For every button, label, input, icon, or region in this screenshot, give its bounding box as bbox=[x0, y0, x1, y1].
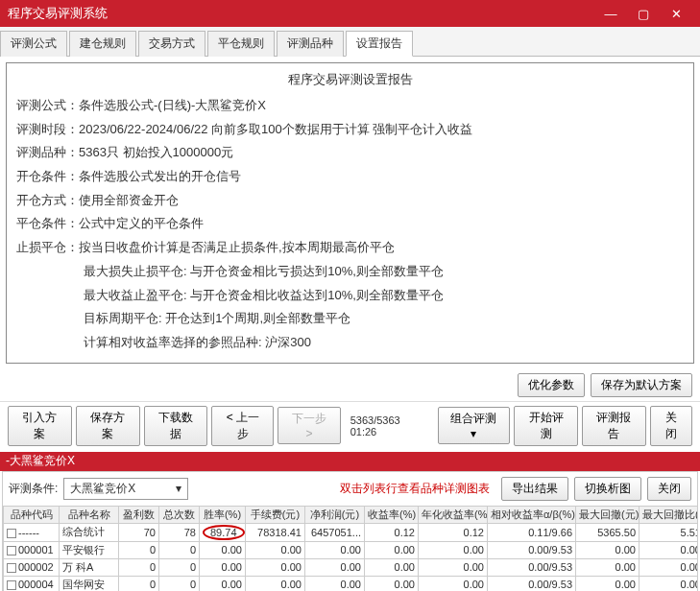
cell: 0 bbox=[159, 558, 200, 576]
cell: 0.00 bbox=[640, 576, 698, 591]
import-plan-button[interactable]: 引入方案 bbox=[8, 406, 72, 446]
cell: 0.00 bbox=[419, 558, 488, 576]
report-line-4: 开仓方式：使用全部资金开仓 bbox=[16, 189, 684, 213]
save-plan-button[interactable]: 保存方案 bbox=[76, 406, 140, 446]
progress-status: 5363/5363 01:26 bbox=[345, 414, 430, 437]
export-results-button[interactable]: 导出结果 bbox=[501, 477, 568, 501]
switch-chart-button[interactable]: 切换析图 bbox=[574, 477, 641, 501]
report-subline-1: 最大收益止盈平仓: 与开仓资金相比收益达到10%,则全部数量平仓 bbox=[84, 284, 684, 308]
table-row[interactable]: 000001平安银行000.000.000.000.000.000.00/9.5… bbox=[4, 541, 698, 558]
close-results-button[interactable]: 关闭 bbox=[647, 477, 691, 501]
cell: 5365.50 bbox=[576, 523, 640, 541]
tab-4[interactable]: 评测品种 bbox=[277, 31, 344, 57]
lower-title: -大黑鲨竞价X bbox=[6, 453, 75, 469]
cell: 0.00 bbox=[640, 558, 698, 576]
cell: 0.00 bbox=[576, 558, 640, 576]
results-panel: 评测条件: 大黑鲨竞价X ▾ 双击列表行查看品种详测图表 导出结果 切换析图 关… bbox=[2, 471, 698, 591]
report-subline-2: 目标周期平仓: 开仓达到1个周期,则全部数量平仓 bbox=[84, 307, 684, 331]
cell: 0.00 bbox=[246, 541, 305, 558]
window-title: 程序交易评测系统 bbox=[8, 5, 108, 22]
cell: 78318.41 bbox=[246, 523, 305, 541]
cell: 平安银行 bbox=[60, 541, 119, 558]
report-line-5: 平仓条件：公式中定义的平仓条件 bbox=[16, 212, 684, 236]
report-line-2: 评测品种：5363只 初始投入1000000元 bbox=[16, 141, 684, 165]
cell: 89.74 bbox=[200, 523, 246, 541]
test-report-button[interactable]: 评测报告 bbox=[582, 406, 646, 446]
close-panel-button[interactable]: 关闭 bbox=[650, 406, 692, 446]
results-table-wrap: 品种代码品种名称盈利数总次数胜率(%)手续费(元)净利润(元)收益率(%)年化收… bbox=[3, 506, 697, 591]
prev-step-button[interactable]: < 上一步 bbox=[211, 406, 274, 446]
table-header-row: 品种代码品种名称盈利数总次数胜率(%)手续费(元)净利润(元)收益率(%)年化收… bbox=[4, 506, 698, 523]
cell: 0 bbox=[119, 576, 159, 591]
next-step-button[interactable]: 下一步 > bbox=[278, 407, 340, 444]
cell: 0.00 bbox=[576, 541, 640, 558]
cell: 0.00 bbox=[365, 576, 419, 591]
tab-1[interactable]: 建仓规则 bbox=[69, 31, 136, 57]
cell: 0.00/9.53 bbox=[488, 541, 576, 558]
col-header-8[interactable]: 年化收益率(%) bbox=[419, 506, 488, 523]
close-button[interactable]: ✕ bbox=[660, 2, 692, 25]
table-row[interactable]: 000002万 科A000.000.000.000.000.000.00/9.5… bbox=[4, 558, 698, 576]
results-table: 品种代码品种名称盈利数总次数胜率(%)手续费(元)净利润(元)收益率(%)年化收… bbox=[3, 506, 697, 591]
col-header-2[interactable]: 盈利数 bbox=[119, 506, 159, 523]
cell: 0.00/9.53 bbox=[488, 576, 576, 591]
cell: 0.00 bbox=[200, 558, 246, 576]
col-header-11[interactable]: 最大回撤比(%) bbox=[640, 506, 698, 523]
cell: 0.00 bbox=[365, 558, 419, 576]
table-row[interactable]: ------综合统计707889.7478318.416457051...0.1… bbox=[4, 523, 698, 541]
col-header-0[interactable]: 品种代码 bbox=[4, 506, 60, 523]
cell: 0.00 bbox=[200, 576, 246, 591]
col-header-6[interactable]: 净利润(元) bbox=[305, 506, 365, 523]
col-header-9[interactable]: 相对收益率α/β(%) bbox=[488, 506, 576, 523]
chevron-down-icon: ▾ bbox=[176, 482, 181, 495]
cell: 0.00 bbox=[365, 541, 419, 558]
start-test-button[interactable]: 开始评测 bbox=[514, 406, 578, 446]
cell: 0.00 bbox=[305, 541, 365, 558]
col-header-10[interactable]: 最大回撤(元) bbox=[576, 506, 640, 523]
cell: 6457051... bbox=[305, 523, 365, 541]
combo-test-button[interactable]: 组合评测 ▾ bbox=[438, 407, 510, 444]
col-header-1[interactable]: 品种名称 bbox=[60, 506, 119, 523]
cell: 0.00 bbox=[640, 541, 698, 558]
window-buttons: — ▢ ✕ bbox=[594, 2, 692, 25]
table-row[interactable]: 000004国华网安000.000.000.000.000.000.00/9.5… bbox=[4, 576, 698, 591]
tab-3[interactable]: 平仓规则 bbox=[207, 31, 275, 57]
cell: 万 科A bbox=[60, 558, 119, 576]
cell: 70 bbox=[119, 523, 159, 541]
condition-select[interactable]: 大黑鲨竞价X ▾ bbox=[63, 478, 188, 500]
col-header-5[interactable]: 手续费(元) bbox=[246, 506, 305, 523]
maximize-button[interactable]: ▢ bbox=[627, 2, 660, 25]
cell: 0.11/9.66 bbox=[488, 523, 576, 541]
cell: 0 bbox=[119, 558, 159, 576]
col-header-4[interactable]: 胜率(%) bbox=[200, 506, 246, 523]
cell: 0.00 bbox=[305, 558, 365, 576]
download-data-button[interactable]: 下载数据 bbox=[144, 406, 208, 446]
report-line-6: 止损平仓：按当日收盘价计算是否满足止损条件,按本周期最高价平仓 bbox=[16, 236, 684, 260]
cell: 5.51 bbox=[640, 523, 698, 541]
cell: 0.00 bbox=[200, 541, 246, 558]
condition-label: 评测条件: bbox=[9, 481, 58, 497]
optimize-button[interactable]: 优化参数 bbox=[518, 373, 585, 397]
cell: 国华网安 bbox=[60, 576, 119, 591]
report-line-3: 开仓条件：条件选股公式发出的开仓信号 bbox=[16, 165, 684, 189]
report-button-row: 优化参数 保存为默认方案 bbox=[0, 369, 700, 401]
col-header-3[interactable]: 总次数 bbox=[159, 506, 200, 523]
minimize-button[interactable]: — bbox=[594, 2, 627, 25]
table-hint: 双击列表行查看品种详测图表 bbox=[340, 481, 490, 497]
cell: 综合统计 bbox=[60, 523, 119, 541]
main-tabs: 评测公式建仓规则交易方式平仓规则评测品种设置报告 bbox=[0, 27, 700, 57]
lower-titlebar: -大黑鲨竞价X bbox=[0, 452, 700, 471]
cell: 000002 bbox=[4, 558, 60, 576]
tab-0[interactable]: 评测公式 bbox=[0, 31, 67, 57]
cell: 78 bbox=[159, 523, 200, 541]
cell: 0.00 bbox=[576, 576, 640, 591]
titlebar: 程序交易评测系统 — ▢ ✕ bbox=[0, 0, 700, 27]
tab-2[interactable]: 交易方式 bbox=[138, 31, 205, 57]
col-header-7[interactable]: 收益率(%) bbox=[365, 506, 419, 523]
report-title: 程序交易评测设置报告 bbox=[16, 71, 684, 88]
save-default-button[interactable]: 保存为默认方案 bbox=[591, 373, 692, 397]
report-panel: 程序交易评测设置报告 评测公式：条件选股公式-(日线)-大黑鲨竞价X评测时段：2… bbox=[6, 62, 694, 364]
report-subline-0: 最大损失止损平仓: 与开仓资金相比亏损达到10%,则全部数量平仓 bbox=[84, 260, 684, 284]
tab-5[interactable]: 设置报告 bbox=[346, 31, 413, 57]
main-button-row: 引入方案 保存方案 下载数据 < 上一步 下一步 > 5363/5363 01:… bbox=[0, 401, 700, 450]
